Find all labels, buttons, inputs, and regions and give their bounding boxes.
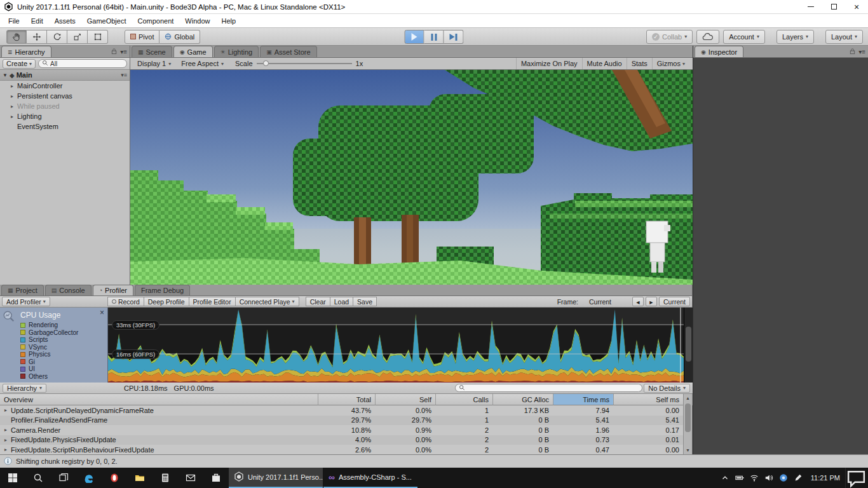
create-button[interactable]: Create▾ bbox=[3, 59, 36, 69]
scene-menu-icon[interactable]: ▾≡ bbox=[121, 72, 127, 78]
taskbar-app-explorer-icon[interactable] bbox=[127, 468, 153, 488]
load-button[interactable]: Load bbox=[330, 297, 353, 306]
hierarchy-search[interactable] bbox=[38, 59, 127, 68]
collab-button[interactable]: ✓Collab▾ bbox=[646, 30, 693, 44]
record-button[interactable]: Record bbox=[107, 297, 144, 306]
clear-button[interactable]: Clear bbox=[306, 297, 330, 306]
display-dropdown[interactable]: Display 1▾ bbox=[133, 58, 175, 69]
hand-tool-button[interactable] bbox=[6, 30, 27, 44]
save-button[interactable]: Save bbox=[353, 297, 377, 306]
hierarchy-item-lighting[interactable]: ▸Lighting bbox=[0, 111, 130, 121]
legend-item-physics[interactable]: Physics bbox=[20, 351, 104, 358]
pivot-button[interactable]: Pivot bbox=[125, 30, 159, 44]
column-header-gc-alloc[interactable]: GC Alloc bbox=[493, 394, 553, 405]
foldout-icon[interactable]: ▼ bbox=[3, 72, 8, 78]
tray-chevron-icon[interactable] bbox=[718, 468, 733, 488]
tray-battery-icon[interactable] bbox=[733, 468, 747, 488]
account-button[interactable]: Account▾ bbox=[723, 30, 765, 44]
taskbar-clock[interactable]: 11:21 PM bbox=[806, 474, 845, 482]
play-button[interactable] bbox=[405, 30, 424, 44]
legend-item-vsync[interactable]: VSync bbox=[20, 344, 104, 351]
hierarchy-item-maincontroller[interactable]: ▸MainController bbox=[0, 81, 130, 91]
menu-assets[interactable]: Assets bbox=[49, 17, 81, 25]
tray-volume-icon[interactable] bbox=[762, 468, 776, 488]
expand-arrow-icon[interactable]: ▸ bbox=[3, 447, 9, 452]
action-center-icon[interactable] bbox=[845, 468, 867, 488]
taskbar-app-opera-icon[interactable] bbox=[102, 468, 127, 488]
table-scrollbar[interactable]: ▲ ▼ bbox=[683, 394, 692, 454]
expand-arrow-icon[interactable]: ▸ bbox=[3, 437, 9, 443]
legend-item-garbagecollector[interactable]: GarbageCollector bbox=[20, 329, 104, 337]
scale-slider[interactable] bbox=[257, 63, 352, 64]
menu-edit[interactable]: Edit bbox=[25, 17, 49, 25]
menu-gameobject[interactable]: GameObject bbox=[81, 17, 132, 25]
tab-project[interactable]: ▦Project bbox=[1, 285, 44, 295]
tab-inspector[interactable]: ◉Inspector bbox=[695, 46, 743, 57]
scroll-down-icon[interactable]: ▼ bbox=[684, 446, 692, 454]
current-frame-button[interactable]: Current bbox=[659, 297, 690, 306]
legend-item-scripts[interactable]: Scripts bbox=[20, 336, 104, 344]
tab-profiler[interactable]: ◔Profiler bbox=[93, 285, 133, 295]
lock-icon[interactable] bbox=[111, 48, 118, 56]
slider-thumb[interactable] bbox=[263, 60, 269, 66]
legend-item-rendering[interactable]: Rendering bbox=[20, 322, 104, 329]
step-button[interactable] bbox=[444, 30, 464, 44]
gizmos-dropdown[interactable]: Gizmos▾ bbox=[652, 58, 689, 69]
rotate-tool-button[interactable] bbox=[47, 30, 67, 44]
menu-file[interactable]: File bbox=[3, 17, 25, 25]
legend-item-gi[interactable]: Gi bbox=[20, 358, 104, 366]
table-row[interactable]: Profiler.FinalizeAndSendFrame29.7%29.7%1… bbox=[0, 416, 684, 426]
panel-menu-icon[interactable]: ▾≡ bbox=[120, 48, 127, 55]
scale-tool-button[interactable] bbox=[67, 30, 88, 44]
maximize-button[interactable] bbox=[822, 0, 845, 13]
task-view-icon[interactable] bbox=[51, 468, 76, 488]
table-row[interactable]: ▸Camera.Render10.8%0.9%20 B1.960.17 bbox=[0, 425, 684, 435]
aspect-dropdown[interactable]: Free Aspect▾ bbox=[177, 58, 227, 69]
menu-component[interactable]: Component bbox=[132, 17, 179, 25]
hierarchy-item-eventsystem[interactable]: EventSystem bbox=[0, 121, 130, 132]
cloud-button[interactable] bbox=[696, 30, 719, 44]
layers-button[interactable]: Layers▾ bbox=[776, 30, 814, 44]
start-button[interactable] bbox=[0, 468, 25, 488]
taskbar-window-visual-studio[interactable]: ∞Assembly-CSharp - S... bbox=[323, 468, 417, 488]
column-header-calls[interactable]: Calls bbox=[436, 394, 493, 405]
taskbar-app-calculator-icon[interactable] bbox=[153, 468, 178, 488]
column-header-total[interactable]: Total bbox=[318, 394, 376, 405]
column-header-self-ms[interactable]: Self ms bbox=[614, 394, 684, 405]
tab-console[interactable]: ▤Console bbox=[45, 285, 92, 295]
tab-scene[interactable]: ▦Scene bbox=[132, 46, 172, 57]
deep-profile-button[interactable]: Deep Profile bbox=[144, 297, 189, 306]
minimize-button[interactable] bbox=[799, 0, 822, 13]
lock-icon[interactable] bbox=[849, 48, 856, 56]
stats-button[interactable]: Stats bbox=[627, 58, 652, 69]
column-header-overview[interactable]: Overview bbox=[0, 394, 318, 405]
rect-tool-button[interactable] bbox=[88, 30, 108, 44]
column-header-time-ms[interactable]: Time ms bbox=[553, 394, 614, 405]
move-tool-button[interactable] bbox=[27, 30, 47, 44]
hierarchy-search-input[interactable] bbox=[50, 60, 123, 67]
tab-hierarchy[interactable]: ≣Hierarchy bbox=[1, 46, 51, 57]
status-bar[interactable]: Shifting chunk registry by 0, 0, 2. bbox=[0, 454, 868, 468]
taskbar-window-unity[interactable]: Unity 2017.1.1f1 Perso... bbox=[229, 468, 323, 488]
table-row[interactable]: ▸Update.ScriptRunDelayedDynamicFrameRate… bbox=[0, 405, 684, 416]
expand-arrow-icon[interactable]: ▸ bbox=[3, 407, 9, 413]
tab-game[interactable]: ◉Game bbox=[173, 46, 213, 57]
previous-frame-button[interactable]: ◂ bbox=[632, 297, 644, 306]
pause-button[interactable] bbox=[424, 30, 444, 44]
maximize-on-play-button[interactable]: Maximize On Play bbox=[516, 58, 582, 69]
scroll-up-icon[interactable]: ▲ bbox=[684, 394, 692, 402]
taskbar-app-store-icon[interactable] bbox=[203, 468, 229, 488]
cpu-usage-graph[interactable]: 33ms (30FPS) 16ms (60FPS) bbox=[108, 308, 684, 383]
close-button[interactable]: × bbox=[845, 0, 868, 13]
legend-item-others[interactable]: Others bbox=[20, 373, 104, 381]
taskbar-app-mail-icon[interactable] bbox=[178, 468, 203, 488]
menu-help[interactable]: Help bbox=[215, 17, 241, 25]
tab-frame-debug[interactable]: Frame Debug bbox=[135, 285, 190, 295]
expand-arrow-icon[interactable]: ▸ bbox=[9, 93, 15, 99]
profile-editor-button[interactable]: Profile Editor bbox=[189, 297, 236, 306]
details-mode-dropdown[interactable]: Hierarchy▾ bbox=[3, 384, 46, 393]
global-button[interactable]: Global bbox=[159, 30, 200, 44]
expand-arrow-icon[interactable]: ▸ bbox=[3, 427, 9, 433]
next-frame-button[interactable]: ▸ bbox=[646, 297, 657, 306]
expand-arrow-icon[interactable]: ▸ bbox=[9, 114, 15, 119]
